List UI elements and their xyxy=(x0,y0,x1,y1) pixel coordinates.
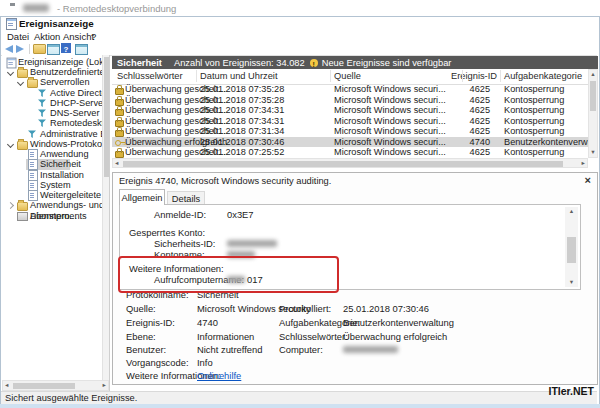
scroll-down-icon[interactable]: ▼ xyxy=(589,148,597,157)
scrollbar-thumb[interactable] xyxy=(104,57,109,177)
column-separator[interactable] xyxy=(196,70,197,82)
event-row[interactable]: Überwachung gescheit... 25.01.2018 07:34… xyxy=(112,105,588,116)
log-header: Sicherheit Anzahl von Ereignissen: 34.08… xyxy=(112,56,598,69)
window-title: Ereignisanzeige xyxy=(19,18,94,29)
tree-item-sicherheit[interactable]: Sicherheit xyxy=(2,159,110,170)
new-events-alert-icon xyxy=(310,59,318,67)
scrollbar-thumb[interactable] xyxy=(567,237,576,263)
menu-aktion[interactable]: Aktion xyxy=(34,31,60,42)
redacted-computer-value xyxy=(343,346,398,353)
subscriptions-icon xyxy=(17,212,28,221)
log-icon xyxy=(28,159,38,170)
scroll-down-icon[interactable]: ▼ xyxy=(565,278,578,287)
forward-icon xyxy=(16,45,24,53)
folder-icon xyxy=(17,202,28,211)
menu-datei[interactable]: Datei xyxy=(7,31,29,42)
column-separator[interactable] xyxy=(462,70,463,82)
help-icon xyxy=(61,43,71,53)
tree-vertical-scrollbar[interactable] xyxy=(102,55,110,380)
property-row: Ereignis-ID: 4740 Aufgabenkategorie: Ben… xyxy=(113,316,583,329)
general-box-scrollbar[interactable]: ▲ ▼ xyxy=(565,207,578,287)
property-row: Weitere Informationen: Onlinehilfe xyxy=(113,369,583,382)
tree-item-remotedesktopdienste[interactable]: Remotedesktopdiens... xyxy=(2,118,110,129)
tree-horizontal-scrollbar[interactable]: ◄ ► xyxy=(2,380,109,391)
console-tree-icon xyxy=(33,44,46,54)
back-button[interactable] xyxy=(5,44,13,55)
event-detail-pane: Ereignis 4740, Microsoft Windows securit… xyxy=(112,172,598,385)
window-title-bar: Ereignisanzeige xyxy=(1,17,597,31)
property-row: Ebene: Informationen Schlüsselwörter: Üb… xyxy=(113,330,583,343)
logon-id-label: Anmelde-ID: xyxy=(154,209,206,220)
prop-value: Nicht zutreffend xyxy=(197,343,263,356)
back-icon xyxy=(5,45,13,53)
prop-label: Computer: xyxy=(279,343,323,356)
property-row: Vorgangscode: Info xyxy=(113,356,583,369)
prop-value: Informationen xyxy=(197,330,254,343)
redacted-security-id xyxy=(227,240,277,247)
new-events-text: Neue Ereignisse sind verfügbar xyxy=(322,58,452,68)
event-row[interactable]: Überwachung gescheit... 25.01.2018 07:25… xyxy=(112,147,588,158)
tree-item-serverrollen[interactable]: Serverrollen xyxy=(2,77,110,88)
event-row-selected[interactable]: Überwachung erfolgreich 25.01.2018 07:30… xyxy=(112,137,588,148)
prop-label: Quelle: xyxy=(126,302,156,315)
prop-label: Schlüsselwörter: xyxy=(279,330,348,343)
event-row[interactable]: Überwachung gescheit... 25.01.2018 07:35… xyxy=(112,84,588,95)
column-quelle[interactable]: Quelle xyxy=(334,71,361,81)
event-table: Überwachung gescheit... 25.01.2018 07:35… xyxy=(112,84,588,158)
event-table-horizontal-scrollbar[interactable]: ◄ ► xyxy=(112,158,588,168)
security-id-label: Sicherheits-ID: xyxy=(154,238,215,249)
chevron-down-icon xyxy=(7,141,14,148)
chevron-right-icon xyxy=(7,202,14,209)
scroll-right-icon[interactable]: ► xyxy=(102,381,107,390)
action-pane-icon xyxy=(75,44,88,55)
close-icon[interactable] xyxy=(585,174,591,186)
scroll-up-icon[interactable]: ▲ xyxy=(589,70,597,79)
status-bar: Sichert ausgewählte Ereignisse. xyxy=(1,391,597,404)
menu-hilfe[interactable]: ? xyxy=(91,31,96,42)
menu-ansicht[interactable]: Ansicht xyxy=(63,31,94,42)
column-separator[interactable] xyxy=(330,70,331,82)
scrollbar-thumb[interactable] xyxy=(13,383,75,389)
scrollbar-thumb[interactable] xyxy=(590,81,596,111)
prop-value: Benutzerkontenverwaltung xyxy=(343,316,454,329)
column-aufgabenkategorie[interactable]: Aufgabenkategorie xyxy=(504,71,582,81)
scroll-left-icon[interactable]: ◄ xyxy=(4,381,9,390)
prop-value: 25.01.2018 07:30:46 xyxy=(343,302,429,315)
column-schluesselwoerter[interactable]: Schlüsselwörter xyxy=(117,71,183,81)
event-table-vertical-scrollbar[interactable]: ▲ ▼ xyxy=(588,69,598,158)
scroll-left-icon[interactable]: ◄ xyxy=(114,159,119,168)
online-help-link[interactable]: Onlinehilfe xyxy=(197,369,241,382)
tree-item-anwendungs-und-dienstprotokolle[interactable]: Anwendungs- und Dienstpro... xyxy=(2,200,110,211)
log-name: Sicherheit xyxy=(117,58,162,68)
screen: - Remotedesktopverbindung Ereignisanzeig… xyxy=(0,0,600,408)
filter-icon xyxy=(38,89,46,97)
prop-label: Ereignis-ID: xyxy=(126,316,175,329)
column-datum-und-uhrzeit[interactable]: Datum und Uhrzeit xyxy=(200,71,278,81)
help-button[interactable] xyxy=(61,43,71,54)
column-separator[interactable] xyxy=(500,70,501,82)
event-table-header: Schlüsselwörter Datum und Uhrzeit Quelle… xyxy=(112,69,588,85)
chevron-down-icon xyxy=(17,79,24,86)
event-row[interactable]: Überwachung gescheit... 25.01.2018 07:35… xyxy=(112,95,588,106)
tab-details[interactable]: Details xyxy=(167,191,205,205)
menu-bar: Datei Aktion Ansicht ? xyxy=(1,31,597,43)
prop-label: Protokolliert: xyxy=(279,302,331,315)
detail-title: Ereignis 4740, Microsoft Windows securit… xyxy=(119,176,331,186)
redacted-remote-computer-name xyxy=(23,4,49,12)
event-row[interactable]: Überwachung gescheit... 25.01.2018 07:34… xyxy=(112,116,588,127)
red-highlight-box xyxy=(118,256,339,293)
tab-allgemein[interactable]: Allgemein xyxy=(119,189,165,205)
scroll-right-icon[interactable]: ► xyxy=(581,159,586,168)
prop-value: Überwachung erfolgreich xyxy=(343,330,447,343)
rdp-connection-bar: - Remotedesktopverbindung xyxy=(0,0,600,16)
property-row: Benutzer: Nicht zutreffend Computer: xyxy=(113,343,583,356)
event-row[interactable]: Überwachung gescheit... 25.01.2018 07:31… xyxy=(112,126,588,137)
tree-item-abonnements[interactable]: Abonnements xyxy=(2,211,110,222)
filter-icon xyxy=(38,109,46,117)
scroll-up-icon[interactable]: ▲ xyxy=(565,207,578,216)
column-ereignis-id[interactable]: Ereignis-ID xyxy=(435,71,497,81)
event-viewer-app-icon xyxy=(6,18,17,30)
forward-button[interactable] xyxy=(16,44,24,55)
filter-icon xyxy=(38,119,46,127)
scrollbar-thumb[interactable] xyxy=(123,161,563,167)
